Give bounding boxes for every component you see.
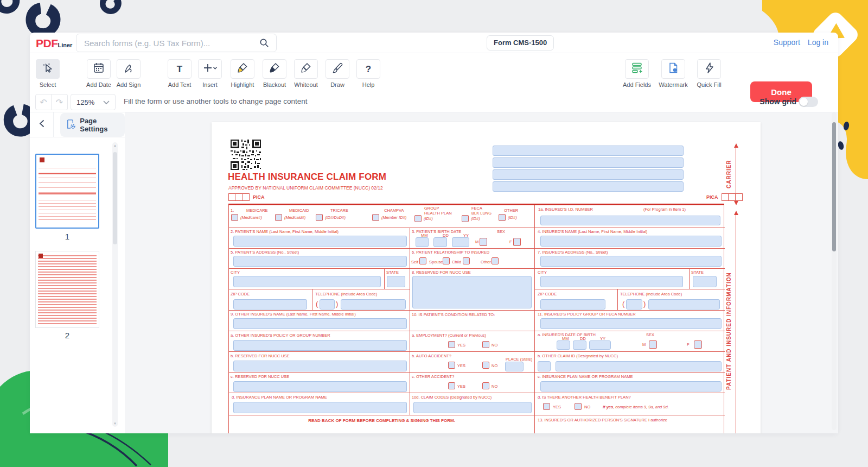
f9c-input[interactable] <box>233 381 407 392</box>
f9a-input[interactable] <box>233 340 407 351</box>
insured-female-checkbox[interactable] <box>694 340 702 349</box>
f3-dd-input[interactable] <box>433 237 447 247</box>
blackout-button[interactable]: Blackout <box>258 59 291 88</box>
thumbnail-2-preview <box>36 251 99 327</box>
patient-state-input[interactable] <box>387 276 405 287</box>
zoom-select[interactable]: 125% <box>71 94 116 110</box>
f7-input[interactable] <box>540 256 722 267</box>
main-scrollbar[interactable] <box>832 112 837 430</box>
f9b-input[interactable] <box>233 361 407 371</box>
pdfliner-logo[interactable]: PDFLiner <box>36 37 72 50</box>
f3-female-checkbox[interactable] <box>513 238 521 246</box>
insured-dob-yy-input[interactable] <box>589 340 611 350</box>
f11b-input[interactable] <box>556 361 722 371</box>
insured-dob-mm-input[interactable] <box>557 340 570 350</box>
rel-child-checkbox[interactable] <box>463 257 470 264</box>
other-acc-yes-checkbox[interactable] <box>448 382 455 389</box>
auto-yes-checkbox[interactable] <box>448 362 455 369</box>
add-text-button[interactable]: T Add Text <box>163 59 196 88</box>
auto-no-checkbox[interactable] <box>482 362 489 369</box>
plan-other-checkbox[interactable] <box>499 214 506 221</box>
other-acc-no-checkbox[interactable] <box>482 382 489 389</box>
sidebar-scroll-thumb[interactable] <box>113 152 117 244</box>
rel-other-checkbox[interactable] <box>492 257 499 264</box>
plan-feca-checkbox[interactable] <box>462 215 469 222</box>
add-date-label: Add Date <box>82 81 115 88</box>
ifyes-bold: If yes <box>603 405 613 409</box>
insert-button[interactable]: Insert <box>194 59 226 88</box>
whiteout-button[interactable]: Whiteout <box>290 59 322 88</box>
f3-male-checkbox[interactable] <box>480 238 487 246</box>
scroll-down-icon[interactable]: ▼ <box>112 422 118 425</box>
employment-no-checkbox[interactable] <box>482 341 489 348</box>
watermark-button[interactable]: Watermark <box>657 59 690 88</box>
insured-zip-input[interactable] <box>540 299 605 310</box>
f2-label: 2. PATIENT'S NAME (Last Name, First Name… <box>231 229 339 234</box>
page-thumbnail-2[interactable] <box>35 251 99 328</box>
add-date-button[interactable]: Add Date <box>82 59 115 88</box>
place-input[interactable] <box>505 362 524 371</box>
undo-button[interactable]: ↶ <box>35 94 52 110</box>
f5-input[interactable] <box>233 256 407 267</box>
draw-button[interactable]: Draw <box>321 59 354 88</box>
insured-areacode-input[interactable] <box>626 299 642 310</box>
plan-champva-checkbox[interactable] <box>372 214 379 221</box>
f4-input[interactable] <box>540 236 722 247</box>
rel-self-checkbox[interactable] <box>419 257 426 264</box>
insured-state-input[interactable] <box>693 276 717 287</box>
insured-male-checkbox[interactable] <box>649 340 657 349</box>
search-icon[interactable] <box>259 37 269 50</box>
insured-dob-dd-input[interactable] <box>573 340 586 350</box>
benefit-yes-checkbox[interactable] <box>543 403 550 410</box>
f11b-qualifier-input[interactable] <box>538 361 551 371</box>
carrier-line-2-input[interactable] <box>493 157 684 168</box>
carrier-line-1-input[interactable] <box>493 146 684 156</box>
f9-input[interactable] <box>233 318 407 329</box>
collapse-sidebar-button[interactable] <box>30 112 54 137</box>
f3-yy-input[interactable] <box>452 237 469 247</box>
insured-phone-input[interactable] <box>648 299 720 310</box>
form-page: HEALTH INSURANCE CLAIM FORM APPROVED BY … <box>212 122 761 433</box>
cell-10b: b. AUTO ACCIDENT? PLACE (State) YES NO <box>410 352 535 373</box>
select-tool-button[interactable]: Select <box>31 59 64 88</box>
main-scroll-thumb[interactable] <box>832 122 836 251</box>
f9d-input[interactable] <box>233 402 407 413</box>
benefit-no-checkbox[interactable] <box>575 403 582 410</box>
patient-city-input[interactable] <box>233 276 381 287</box>
phone-label: TELEPHONE (Include Area Code) <box>315 292 377 296</box>
show-grid-toggle[interactable] <box>799 97 818 107</box>
sidebar-scrollbar[interactable]: ▲ ▼ <box>112 142 118 427</box>
quick-fill-button[interactable]: Quick Fill <box>693 59 725 88</box>
help-button[interactable]: ? Help <box>352 59 385 88</box>
search-input[interactable] <box>76 34 277 52</box>
f11c-input[interactable] <box>540 381 722 392</box>
rel-spouse-checkbox[interactable] <box>443 257 450 264</box>
patient-zip-input[interactable] <box>233 299 307 310</box>
f1a-input[interactable] <box>540 216 720 225</box>
employment-yes-checkbox[interactable] <box>448 341 455 348</box>
carrier-line-3-input[interactable] <box>493 169 684 180</box>
highlight-button[interactable]: Highlight <box>226 59 259 88</box>
carrier-line-4-input[interactable] <box>493 181 684 192</box>
support-link[interactable]: Support <box>774 38 800 47</box>
plan-medicaid-checkbox[interactable] <box>275 214 282 221</box>
f2-input[interactable] <box>233 236 407 247</box>
page-settings-button[interactable]: Page Settings <box>60 113 125 137</box>
insured-city-input[interactable] <box>540 276 683 287</box>
plan-tricare-checkbox[interactable] <box>316 214 323 221</box>
plan-feca-label: FECA BLK LUNG <box>471 206 492 216</box>
page-thumbnail-1[interactable] <box>35 154 99 229</box>
f10d-input[interactable] <box>413 402 532 413</box>
add-fields-button[interactable]: Add Fields <box>621 59 653 88</box>
add-sign-button[interactable]: Add Sign <box>112 59 145 88</box>
f8-input[interactable] <box>412 276 532 308</box>
redo-button[interactable]: ↷ <box>52 94 68 110</box>
patient-areacode-input[interactable] <box>320 299 335 310</box>
login-link[interactable]: Log in <box>808 38 828 47</box>
patient-phone-input[interactable] <box>341 299 406 310</box>
f11-input[interactable] <box>540 318 722 329</box>
plan-medicare-checkbox[interactable] <box>231 214 238 221</box>
scroll-up-icon[interactable]: ▲ <box>112 144 118 147</box>
f3-mm-input[interactable] <box>416 237 429 247</box>
plan-group-checkbox[interactable] <box>414 215 422 222</box>
